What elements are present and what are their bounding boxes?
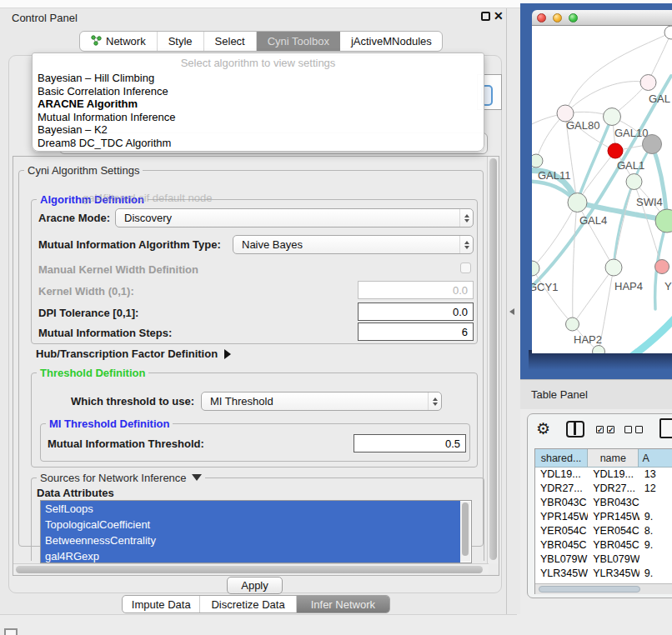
dpi-tolerance-label: DPI Tolerance [0,1]: [38,307,138,319]
data-attributes-list: SelfLoops TopologicalCoefficient Between… [40,500,472,563]
combo-arrows-icon [428,392,441,410]
algorithm-option[interactable]: Bayesian – K2 [33,123,484,137]
columns-icon[interactable] [566,421,584,438]
list-item[interactable]: SelfLoops [41,501,460,517]
node-gal10[interactable] [604,108,621,126]
close-icon[interactable]: ✕ [494,9,504,22]
tab-select[interactable]: Select [204,32,257,51]
checked-checkbox-icon[interactable]: ✓ [607,426,614,433]
kernel-width-field[interactable]: 0.0 [358,281,474,299]
tab-infer-network[interactable]: Infer Network [297,596,389,612]
node-gal[interactable] [640,75,656,91]
float-window-icon[interactable] [481,12,490,21]
tab-cyni-toolbox[interactable]: Cyni Toolbox [257,32,340,51]
algorithm-option[interactable]: Dream8 DC_TDC Algorithm [33,137,484,150]
table-panel: Table Panel ⚙ ✓ ✓ shared... name A YDL19… [520,379,672,635]
node-unlabeled[interactable] [664,26,672,39]
node-label: GAL10 [614,127,648,139]
algorithm-dropdown-popup: Select algorithm to view settings Bayesi… [32,52,484,152]
node-gal1-red[interactable] [608,143,623,158]
control-panel: Control Panel ✕ Network Style Select Cyn… [0,8,507,614]
table-row[interactable]: YER054C YER054C 8. [535,524,672,538]
network-window-titlebar[interactable] [532,10,672,26]
unchecked-checkbox-icon[interactable] [624,426,632,433]
network-canvas[interactable]: GAL GAL80 GAL10 GAL1 GAL11 GAL4 SWI4 GCY… [532,26,672,353]
combo-arrows-icon [459,209,473,227]
checked-checkbox-icon[interactable]: ✓ [596,426,604,433]
hub-definition-toggle[interactable]: Hub/Transcription Factor Definition [36,348,231,360]
algorithm-definition-group: Algorithm Definition Aracne Mode: Discov… [31,199,478,344]
tab-network[interactable]: Network [80,32,158,51]
data-attributes-label: Data Attributes [37,487,114,499]
which-threshold-combo[interactable]: MI Threshold [201,392,442,411]
table-row[interactable]: YBL079W YBL079W [535,552,672,567]
node-label: GCY1 [532,281,558,293]
table-row[interactable]: YDL19... YDL19... 13 [535,468,672,482]
table-row[interactable]: YBR043C YBR043C [535,496,672,510]
node-label: SWI4 [636,196,663,208]
unchecked-checkbox-icon[interactable] [635,426,643,433]
aracne-mode-combo[interactable]: Discovery [115,208,474,228]
manual-kernel-label: Manual Kernel Width Definition [38,263,198,276]
minimize-traffic-light-icon[interactable] [553,13,562,22]
mi-threshold-label: Mutual Information Threshold: [48,438,204,450]
node-swi4[interactable] [655,209,672,232]
tab-style[interactable]: Style [158,32,204,51]
tab-discretize-data[interactable]: Discretize Data [200,596,296,612]
mi-threshold-field[interactable]: 0.5 [354,434,466,452]
table-row[interactable]: YBR045C YBR045C 9. [535,538,672,552]
panel-dock-icon[interactable] [4,628,18,635]
algorithm-option[interactable]: Bayesian – Hill Climbing [33,72,484,85]
node-label: Y [664,280,672,292]
mi-steps-field[interactable]: 6 [358,322,474,341]
apply-button[interactable]: Apply [227,577,283,594]
node-hap2[interactable] [566,318,579,331]
node-gal11[interactable] [532,154,543,168]
list-item[interactable]: gal4RGexp [41,548,460,563]
bright-teal-edge [630,316,672,353]
dpi-tolerance-field[interactable]: 0.0 [358,302,474,321]
node-gcy1[interactable] [532,261,539,276]
tab-impute-data[interactable]: Impute Data [123,596,200,612]
expand-right-icon [224,349,231,359]
list-item[interactable]: TopologicalCoefficient [41,517,460,532]
close-traffic-light-icon[interactable] [537,13,546,22]
algorithm-option-selected[interactable]: ARACNE Algorithm [33,98,484,111]
zoom-traffic-light-icon[interactable] [569,13,578,22]
table-rows: YDL19... YDL19... 13 YDR27... YDR27... 1… [535,468,672,583]
network-icon [91,35,102,48]
algorithm-option[interactable]: Mutual Information Inference [33,111,484,124]
mi-algorithm-type-combo[interactable]: Naive Bayes [233,235,474,254]
node-unlabeled[interactable] [593,346,605,354]
table-horizontal-scrollbar[interactable] [535,583,672,594]
document-icon[interactable] [659,418,672,438]
algorithm-option[interactable]: Basic Correlation Inference [33,85,484,98]
table-panel-title: Table Panel [531,388,588,401]
splitter-arrow-icon[interactable] [509,308,514,315]
horizontal-scrollbar[interactable] [13,563,489,576]
panel-splitter[interactable] [507,8,520,614]
table-row[interactable]: YPR145W YPR145W 9. [535,510,672,524]
list-scrollbar[interactable] [460,502,470,562]
node-y[interactable] [655,260,669,274]
group-title: MI Threshold Definition [46,418,173,430]
popup-placeholder: Select algorithm to view settings [33,57,484,69]
column-header-shared-name[interactable]: shared... [535,449,588,468]
table-row[interactable]: YLR345W YLR345W 9. [535,567,672,581]
sources-title[interactable]: Sources for Network Inference [37,472,205,484]
bottom-strip [0,614,517,635]
vertical-scrollbar[interactable] [487,157,499,563]
node-label: HAP4 [614,280,643,292]
node-gal4[interactable] [568,193,587,212]
node-hap4[interactable] [605,259,622,276]
column-header-name[interactable]: name [588,449,639,468]
list-item[interactable]: BetweennessCentrality [41,532,460,548]
table-row[interactable]: YDR27... YDR27... 12 [535,482,672,496]
column-header-partial[interactable]: A [639,449,672,468]
node-unlabeled[interactable] [626,174,642,190]
tab-jactivemnodules[interactable]: jActiveMNodules [340,32,443,51]
gear-icon[interactable]: ⚙ [536,419,550,438]
settings-scrollpane: Cyni Algorithm Settings Algorithm Defini… [13,156,499,576]
manual-kernel-checkbox[interactable] [460,262,471,273]
mi-threshold-group: MI Threshold Definition Mutual Informati… [40,423,470,462]
